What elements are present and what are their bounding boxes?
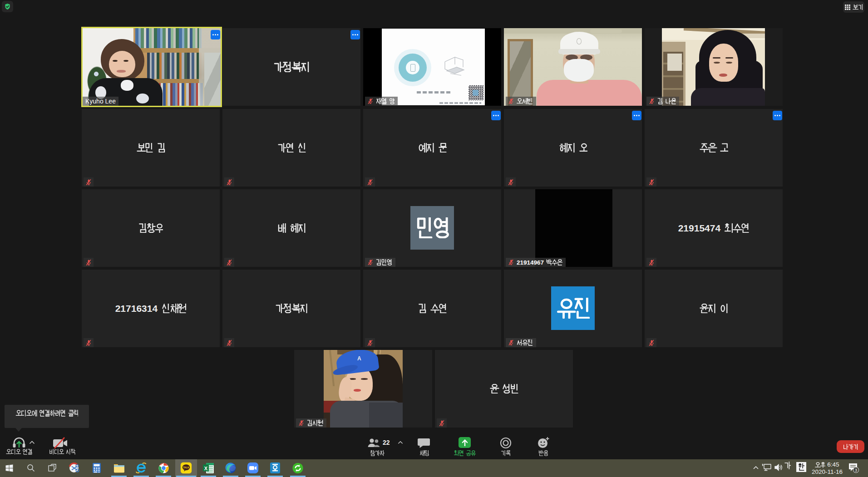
- svg-text:X: X: [204, 465, 208, 471]
- svg-text:3: 3: [855, 468, 857, 472]
- svg-text:TALK: TALK: [183, 466, 189, 469]
